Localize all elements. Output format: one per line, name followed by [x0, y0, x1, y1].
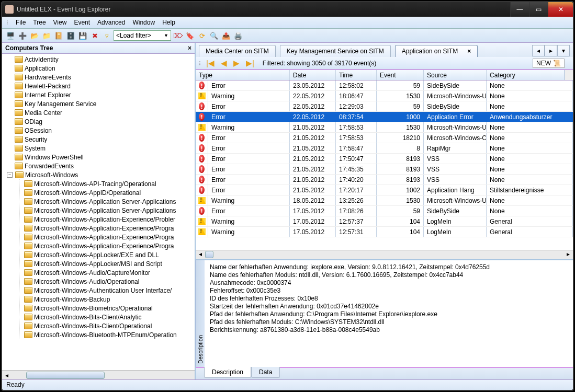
tree-item[interactable]: Microsoft-Windows-Application-Experience… — [24, 224, 195, 233]
tree-item[interactable]: Application — [15, 64, 195, 73]
event-grid[interactable]: Type Date Time Event Source Category !Er… — [196, 70, 573, 250]
col-time[interactable]: Time — [336, 70, 377, 80]
tree-item[interactable]: Windows PowerShell — [15, 153, 195, 162]
menu-help[interactable]: Help — [162, 19, 175, 26]
nav-next-icon[interactable]: ▶ — [232, 59, 241, 68]
table-row[interactable]: !Error17.05.201217:08:2659SideBySideNone — [196, 206, 573, 216]
tree-item[interactable]: Microsoft-Windows-Application Server-App… — [24, 206, 195, 215]
tab-application[interactable]: Application on SITM× — [395, 45, 478, 57]
table-row[interactable]: Warning21.05.201217:58:531530Microsoft-W… — [196, 122, 573, 133]
nav-last-icon[interactable]: ▶| — [245, 59, 255, 68]
tree-item[interactable]: Microsoft-Windows-Application-Experience… — [24, 215, 195, 224]
tool-bookmark-icon[interactable]: 🔖 — [185, 30, 195, 41]
tab-close-icon[interactable]: × — [467, 48, 471, 55]
tree-item[interactable]: System — [15, 144, 195, 153]
menu-event[interactable]: Event — [74, 19, 90, 26]
tree-item[interactable]: Hewlett-Packard — [15, 82, 195, 90]
tree-item[interactable]: OSession — [15, 126, 195, 135]
table-row[interactable]: Warning17.05.201212:57:31104LogMeInGener… — [196, 227, 573, 237]
col-source[interactable]: Source — [424, 70, 487, 80]
tab-kms[interactable]: Key Management Service on SITM — [280, 45, 391, 57]
menu-tree[interactable]: Tree — [33, 19, 46, 26]
nav-prev-icon[interactable]: ◀ — [220, 59, 228, 68]
table-row[interactable]: !Error21.05.201217:58:478RapiMgrNone — [196, 143, 573, 154]
tab-data[interactable]: Data — [251, 367, 280, 378]
tree-item[interactable]: Microsoft-Windows-AppID/Operational — [24, 188, 195, 197]
tool-find-icon[interactable]: 🔍 — [209, 30, 219, 41]
tool-db-icon[interactable]: 🗄️ — [65, 30, 76, 41]
minimize-button[interactable]: — — [510, 2, 529, 17]
table-row[interactable]: Warning17.05.201212:57:37104LogMeInGener… — [196, 216, 573, 227]
tool-add-group-icon[interactable]: ➕ — [17, 30, 28, 41]
tool-export-icon[interactable]: 📤 — [221, 30, 231, 41]
tree-item[interactable]: Microsoft-Windows-Application-Experience… — [24, 233, 195, 241]
table-row[interactable]: !Error22.05.201208:37:541000Application … — [196, 112, 573, 122]
tree-item[interactable]: ForwardedEvents — [15, 162, 195, 170]
grid-hscroll[interactable]: ◂ ▸ — [196, 250, 573, 259]
tool-refresh-icon[interactable]: ⟳ — [197, 30, 207, 41]
col-event[interactable]: Event — [377, 70, 424, 80]
table-row[interactable]: Warning18.05.201213:25:261530Microsoft-W… — [196, 195, 573, 206]
grid-header[interactable]: Type Date Time Event Source Category — [196, 70, 573, 80]
table-row[interactable]: !Error22.05.201212:29:0359SideBySideNone — [196, 101, 573, 112]
menu-file[interactable]: File — [16, 19, 26, 26]
tool-delete-icon[interactable]: ✖ — [89, 30, 100, 41]
computers-tree[interactable]: ActivIdentityApplicationHardwareEventsHe… — [2, 54, 195, 370]
tree-item[interactable]: Microsoft-Windows-AppLocker/MSI and Scri… — [24, 259, 195, 268]
tree-item[interactable]: Microsoft-Windows-Bits-Client/Operationa… — [24, 321, 195, 330]
tree-item[interactable]: Microsoft-Windows-Authentication User In… — [24, 286, 195, 295]
tool-open2-icon[interactable]: 📁 — [41, 30, 52, 41]
tab-menu-icon[interactable]: ▾ — [557, 45, 570, 56]
tool-save-icon[interactable]: 💾 — [77, 30, 88, 41]
tree-item[interactable]: Microsoft-Windows-API-Tracing/Operationa… — [24, 179, 195, 188]
tool-filter-icon[interactable]: ▿ — [102, 30, 112, 41]
tree-item[interactable]: Microsoft-Windows-Backup — [24, 295, 195, 304]
tool-add-computer-icon[interactable]: 🖥️ — [5, 30, 16, 41]
menu-window[interactable]: Window — [132, 19, 155, 26]
tree-item[interactable]: Internet Explorer — [15, 90, 195, 99]
tree-item[interactable]: Microsoft-Windows-Biometrics/Operational — [24, 304, 195, 313]
tree-item[interactable]: ActivIdentity — [15, 55, 195, 64]
tree-item[interactable]: Microsoft-Windows-AppLocker/EXE and DLL — [24, 250, 195, 259]
description-body[interactable]: Name der fehlerhaften Anwendung: iexplor… — [205, 260, 573, 367]
table-row[interactable]: !Error21.05.201217:40:208193VSSNone — [196, 175, 573, 185]
table-row[interactable]: !Error21.05.201217:50:478193VSSNone — [196, 154, 573, 164]
close-button[interactable]: ✕ — [548, 2, 573, 17]
table-row[interactable]: !Error21.05.201217:20:171002Application … — [196, 185, 573, 195]
tab-next-icon[interactable]: ▸ — [545, 45, 557, 56]
col-date[interactable]: Date — [290, 70, 336, 80]
tree-item[interactable]: Key Management Service — [15, 99, 195, 108]
titlebar[interactable]: Untitled.ELX - Event Log Explorer — ▭ ✕ — [2, 2, 573, 17]
tree-item-expandable[interactable]: −Microsoft-Windows — [7, 170, 195, 179]
tree-item[interactable]: Media Center — [15, 108, 195, 117]
menu-advanced[interactable]: Advanced — [97, 19, 125, 26]
tool-open-icon[interactable]: 📂 — [29, 30, 40, 41]
nav-first-icon[interactable]: |◀ — [205, 59, 216, 68]
tree-item[interactable]: Microsoft-Windows-Bluetooth-MTPEnum/Oper… — [24, 330, 195, 339]
new-badge[interactable]: NEW📜 — [533, 59, 565, 68]
tab-prev-icon[interactable]: ◂ — [532, 45, 545, 56]
tool-print-icon[interactable]: 🖨️ — [233, 30, 243, 41]
tree-close-icon[interactable]: × — [188, 44, 191, 52]
load-filter-combo[interactable]: <Load filter>▼ — [114, 30, 171, 41]
col-type[interactable]: Type — [196, 70, 290, 80]
table-row[interactable]: !Error23.05.201212:58:0259SideBySideNone — [196, 80, 573, 91]
tool-clear-filter-icon[interactable]: ⌦ — [173, 30, 183, 41]
tree-scrollbar[interactable]: ◂ — [2, 370, 195, 379]
tree-item[interactable]: Microsoft-Windows-Bits-Client/Analytic — [24, 313, 195, 321]
tree-item[interactable]: Microsoft-Windows-Audio/Operational — [24, 277, 195, 286]
tree-item[interactable]: Microsoft-Windows-Application-Experience… — [24, 241, 195, 250]
table-row[interactable]: Warning22.05.201218:06:471530Microsoft-W… — [196, 91, 573, 101]
table-row[interactable]: !Error21.05.201217:45:358193VSSNone — [196, 164, 573, 175]
tab-media-center[interactable]: Media Center on SITM — [199, 45, 276, 57]
tree-item[interactable]: Microsoft-Windows-Audio/CaptureMonitor — [24, 268, 195, 277]
tree-item[interactable]: HardwareEvents — [15, 73, 195, 82]
collapse-icon[interactable]: − — [7, 172, 13, 178]
menu-view[interactable]: View — [53, 19, 67, 26]
maximize-button[interactable]: ▭ — [529, 2, 548, 17]
tree-item[interactable]: ODiag — [15, 117, 195, 126]
tool-folder-icon[interactable]: 📔 — [53, 30, 64, 41]
table-row[interactable]: !Error21.05.201217:58:5318210Microsoft-W… — [196, 133, 573, 143]
tree-item[interactable]: Microsoft-Windows-Application Server-App… — [24, 197, 195, 206]
tree-item[interactable]: Security — [15, 135, 195, 144]
